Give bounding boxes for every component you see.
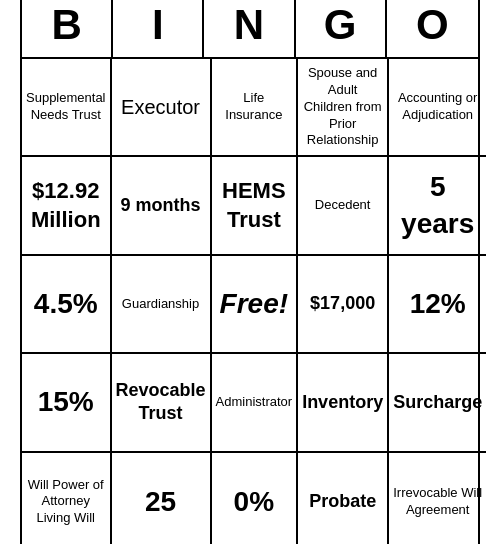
bingo-cell-22: 0% — [212, 453, 299, 544]
bingo-card: BINGO Supplemental Needs TrustExecutorLi… — [20, 0, 480, 544]
bingo-cell-3: Spouse and Adult Children from Prior Rel… — [298, 59, 389, 157]
bingo-cell-14: 12% — [389, 256, 486, 354]
bingo-letter-g: G — [296, 0, 387, 57]
bingo-cell-18: Inventory — [298, 354, 389, 452]
bingo-cell-20: Will Power of Attorney Living Will — [22, 453, 112, 544]
bingo-cell-16: Revocable Trust — [112, 354, 212, 452]
bingo-letter-b: B — [22, 0, 113, 57]
bingo-letter-n: N — [204, 0, 295, 57]
bingo-cell-17: Administrator — [212, 354, 299, 452]
bingo-cell-9: 5 years — [389, 157, 486, 255]
bingo-cell-8: Decedent — [298, 157, 389, 255]
bingo-letter-o: O — [387, 0, 478, 57]
bingo-cell-21: 25 — [112, 453, 212, 544]
bingo-cell-23: Probate — [298, 453, 389, 544]
bingo-cell-19: Surcharge — [389, 354, 486, 452]
bingo-cell-0: Supplemental Needs Trust — [22, 59, 112, 157]
bingo-cell-15: 15% — [22, 354, 112, 452]
bingo-cell-7: HEMS Trust — [212, 157, 299, 255]
bingo-cell-12: Free! — [212, 256, 299, 354]
bingo-cell-13: $17,000 — [298, 256, 389, 354]
bingo-cell-24: Irrevocable Will Agreement — [389, 453, 486, 544]
bingo-cell-6: 9 months — [112, 157, 212, 255]
bingo-cell-10: 4.5% — [22, 256, 112, 354]
bingo-cell-1: Executor — [112, 59, 212, 157]
bingo-cell-4: Accounting or Adjudication — [389, 59, 486, 157]
bingo-cell-2: Life Insurance — [212, 59, 299, 157]
bingo-letter-i: I — [113, 0, 204, 57]
bingo-header: BINGO — [22, 0, 478, 59]
bingo-cell-11: Guardianship — [112, 256, 212, 354]
bingo-cell-5: $12.92 Million — [22, 157, 112, 255]
bingo-grid: Supplemental Needs TrustExecutorLife Ins… — [22, 59, 478, 544]
